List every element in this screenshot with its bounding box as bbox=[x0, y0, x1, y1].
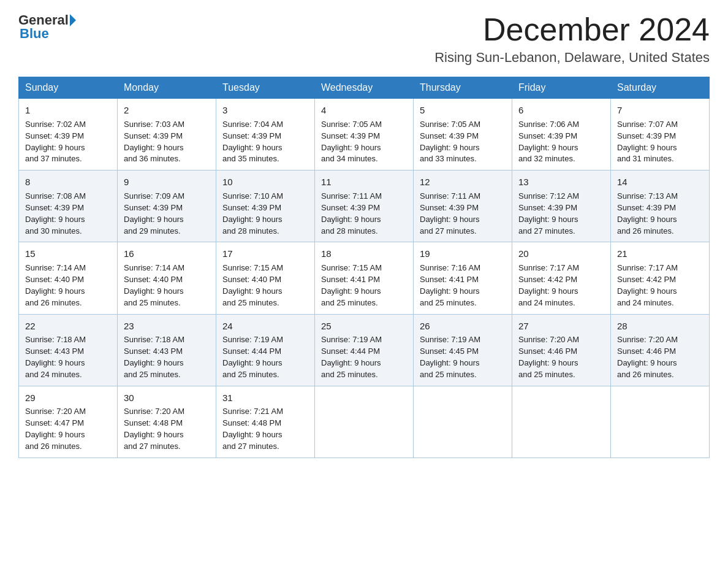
calendar-cell: 19Sunrise: 7:16 AMSunset: 4:41 PMDayligh… bbox=[414, 242, 512, 314]
day-info: Sunrise: 7:21 AMSunset: 4:48 PMDaylight:… bbox=[222, 406, 308, 452]
calendar-cell: 22Sunrise: 7:18 AMSunset: 4:43 PMDayligh… bbox=[19, 314, 118, 386]
day-info: Sunrise: 7:19 AMSunset: 4:44 PMDaylight:… bbox=[321, 334, 407, 380]
calendar-week-row: 1Sunrise: 7:02 AMSunset: 4:39 PMDaylight… bbox=[19, 99, 710, 170]
day-number: 22 bbox=[25, 320, 111, 333]
day-info: Sunrise: 7:15 AMSunset: 4:40 PMDaylight:… bbox=[222, 262, 308, 308]
calendar-cell: 10Sunrise: 7:10 AMSunset: 4:39 PMDayligh… bbox=[216, 170, 315, 242]
title-area: December 2024 Rising Sun-Lebanon, Delawa… bbox=[434, 12, 710, 66]
day-info: Sunrise: 7:03 AMSunset: 4:39 PMDaylight:… bbox=[124, 119, 210, 165]
header-friday: Friday bbox=[512, 77, 611, 99]
day-number: 8 bbox=[25, 175, 111, 189]
calendar-cell: 14Sunrise: 7:13 AMSunset: 4:39 PMDayligh… bbox=[611, 170, 710, 242]
day-number: 24 bbox=[222, 320, 308, 333]
calendar-cell: 20Sunrise: 7:17 AMSunset: 4:42 PMDayligh… bbox=[512, 242, 611, 314]
calendar-week-row: 29Sunrise: 7:20 AMSunset: 4:47 PMDayligh… bbox=[19, 386, 710, 458]
day-number: 5 bbox=[420, 104, 506, 117]
calendar-cell: 1Sunrise: 7:02 AMSunset: 4:39 PMDaylight… bbox=[19, 99, 118, 170]
day-number: 4 bbox=[321, 104, 407, 117]
day-info: Sunrise: 7:15 AMSunset: 4:41 PMDaylight:… bbox=[321, 262, 407, 308]
day-info: Sunrise: 7:05 AMSunset: 4:39 PMDaylight:… bbox=[420, 119, 506, 165]
day-info: Sunrise: 7:14 AMSunset: 4:40 PMDaylight:… bbox=[124, 262, 210, 308]
day-info: Sunrise: 7:11 AMSunset: 4:39 PMDaylight:… bbox=[420, 191, 506, 237]
calendar-cell: 24Sunrise: 7:19 AMSunset: 4:44 PMDayligh… bbox=[216, 314, 315, 386]
day-number: 27 bbox=[518, 320, 604, 333]
day-number: 3 bbox=[222, 104, 308, 117]
day-number: 10 bbox=[222, 175, 308, 189]
header-saturday: Saturday bbox=[611, 77, 710, 99]
calendar-cell: 21Sunrise: 7:17 AMSunset: 4:42 PMDayligh… bbox=[611, 242, 710, 314]
calendar-cell: 5Sunrise: 7:05 AMSunset: 4:39 PMDaylight… bbox=[414, 99, 512, 170]
day-info: Sunrise: 7:20 AMSunset: 4:46 PMDaylight:… bbox=[617, 334, 703, 380]
calendar-week-row: 8Sunrise: 7:08 AMSunset: 4:39 PMDaylight… bbox=[19, 170, 710, 242]
logo-blue: Blue bbox=[20, 26, 49, 42]
logo-triangle-icon bbox=[70, 14, 76, 26]
calendar-cell: 2Sunrise: 7:03 AMSunset: 4:39 PMDaylight… bbox=[118, 99, 216, 170]
day-number: 26 bbox=[420, 320, 506, 333]
calendar-cell: 23Sunrise: 7:18 AMSunset: 4:43 PMDayligh… bbox=[118, 314, 216, 386]
calendar-cell: 18Sunrise: 7:15 AMSunset: 4:41 PMDayligh… bbox=[315, 242, 414, 314]
calendar-cell: 15Sunrise: 7:14 AMSunset: 4:40 PMDayligh… bbox=[19, 242, 118, 314]
day-info: Sunrise: 7:13 AMSunset: 4:39 PMDaylight:… bbox=[617, 191, 703, 237]
header-monday: Monday bbox=[118, 77, 216, 99]
calendar-cell: 29Sunrise: 7:20 AMSunset: 4:47 PMDayligh… bbox=[19, 386, 118, 458]
header-tuesday: Tuesday bbox=[216, 77, 315, 99]
day-number: 28 bbox=[617, 320, 703, 333]
subtitle: Rising Sun-Lebanon, Delaware, United Sta… bbox=[434, 50, 710, 66]
calendar-header-row: SundayMondayTuesdayWednesdayThursdayFrid… bbox=[19, 77, 710, 99]
day-number: 25 bbox=[321, 320, 407, 333]
day-number: 19 bbox=[420, 247, 506, 261]
day-number: 11 bbox=[321, 175, 407, 189]
calendar-cell bbox=[414, 386, 512, 458]
main-title: December 2024 bbox=[434, 12, 710, 47]
day-info: Sunrise: 7:19 AMSunset: 4:44 PMDaylight:… bbox=[222, 334, 308, 380]
day-info: Sunrise: 7:18 AMSunset: 4:43 PMDaylight:… bbox=[25, 334, 111, 380]
logo: General Blue bbox=[18, 12, 76, 42]
day-number: 2 bbox=[124, 104, 210, 117]
day-number: 6 bbox=[518, 104, 604, 117]
day-info: Sunrise: 7:11 AMSunset: 4:39 PMDaylight:… bbox=[321, 191, 407, 237]
calendar-cell: 25Sunrise: 7:19 AMSunset: 4:44 PMDayligh… bbox=[315, 314, 414, 386]
day-info: Sunrise: 7:04 AMSunset: 4:39 PMDaylight:… bbox=[222, 119, 308, 165]
day-info: Sunrise: 7:08 AMSunset: 4:39 PMDaylight:… bbox=[25, 191, 111, 237]
day-info: Sunrise: 7:09 AMSunset: 4:39 PMDaylight:… bbox=[124, 191, 210, 237]
day-number: 12 bbox=[420, 175, 506, 189]
day-number: 9 bbox=[124, 175, 210, 189]
day-number: 7 bbox=[617, 104, 703, 117]
day-number: 20 bbox=[518, 247, 604, 261]
calendar-cell: 26Sunrise: 7:19 AMSunset: 4:45 PMDayligh… bbox=[414, 314, 512, 386]
day-info: Sunrise: 7:19 AMSunset: 4:45 PMDaylight:… bbox=[420, 334, 506, 380]
header-sunday: Sunday bbox=[19, 77, 118, 99]
day-info: Sunrise: 7:06 AMSunset: 4:39 PMDaylight:… bbox=[518, 119, 604, 165]
header: General Blue December 2024 Rising Sun-Le… bbox=[18, 12, 710, 66]
calendar-cell: 28Sunrise: 7:20 AMSunset: 4:46 PMDayligh… bbox=[611, 314, 710, 386]
calendar-cell: 11Sunrise: 7:11 AMSunset: 4:39 PMDayligh… bbox=[315, 170, 414, 242]
day-number: 14 bbox=[617, 175, 703, 189]
calendar-cell: 30Sunrise: 7:20 AMSunset: 4:48 PMDayligh… bbox=[118, 386, 216, 458]
calendar-cell: 7Sunrise: 7:07 AMSunset: 4:39 PMDaylight… bbox=[611, 99, 710, 170]
calendar-cell bbox=[512, 386, 611, 458]
day-info: Sunrise: 7:07 AMSunset: 4:39 PMDaylight:… bbox=[617, 119, 703, 165]
calendar-cell: 27Sunrise: 7:20 AMSunset: 4:46 PMDayligh… bbox=[512, 314, 611, 386]
calendar-cell bbox=[611, 386, 710, 458]
calendar-cell: 4Sunrise: 7:05 AMSunset: 4:39 PMDaylight… bbox=[315, 99, 414, 170]
day-info: Sunrise: 7:18 AMSunset: 4:43 PMDaylight:… bbox=[124, 334, 210, 380]
day-info: Sunrise: 7:02 AMSunset: 4:39 PMDaylight:… bbox=[25, 119, 111, 165]
calendar-table: SundayMondayTuesdayWednesdayThursdayFrid… bbox=[18, 77, 710, 458]
calendar-cell: 9Sunrise: 7:09 AMSunset: 4:39 PMDaylight… bbox=[118, 170, 216, 242]
day-info: Sunrise: 7:16 AMSunset: 4:41 PMDaylight:… bbox=[420, 262, 506, 308]
day-info: Sunrise: 7:05 AMSunset: 4:39 PMDaylight:… bbox=[321, 119, 407, 165]
day-info: Sunrise: 7:14 AMSunset: 4:40 PMDaylight:… bbox=[25, 262, 111, 308]
calendar-cell: 16Sunrise: 7:14 AMSunset: 4:40 PMDayligh… bbox=[118, 242, 216, 314]
day-number: 18 bbox=[321, 247, 407, 261]
day-number: 16 bbox=[124, 247, 210, 261]
calendar-cell: 6Sunrise: 7:06 AMSunset: 4:39 PMDaylight… bbox=[512, 99, 611, 170]
day-info: Sunrise: 7:20 AMSunset: 4:46 PMDaylight:… bbox=[518, 334, 604, 380]
day-info: Sunrise: 7:17 AMSunset: 4:42 PMDaylight:… bbox=[617, 262, 703, 308]
calendar-cell: 31Sunrise: 7:21 AMSunset: 4:48 PMDayligh… bbox=[216, 386, 315, 458]
day-info: Sunrise: 7:20 AMSunset: 4:47 PMDaylight:… bbox=[25, 406, 111, 452]
calendar-cell: 3Sunrise: 7:04 AMSunset: 4:39 PMDaylight… bbox=[216, 99, 315, 170]
calendar-cell bbox=[315, 386, 414, 458]
calendar-cell: 8Sunrise: 7:08 AMSunset: 4:39 PMDaylight… bbox=[19, 170, 118, 242]
header-wednesday: Wednesday bbox=[315, 77, 414, 99]
header-thursday: Thursday bbox=[414, 77, 512, 99]
